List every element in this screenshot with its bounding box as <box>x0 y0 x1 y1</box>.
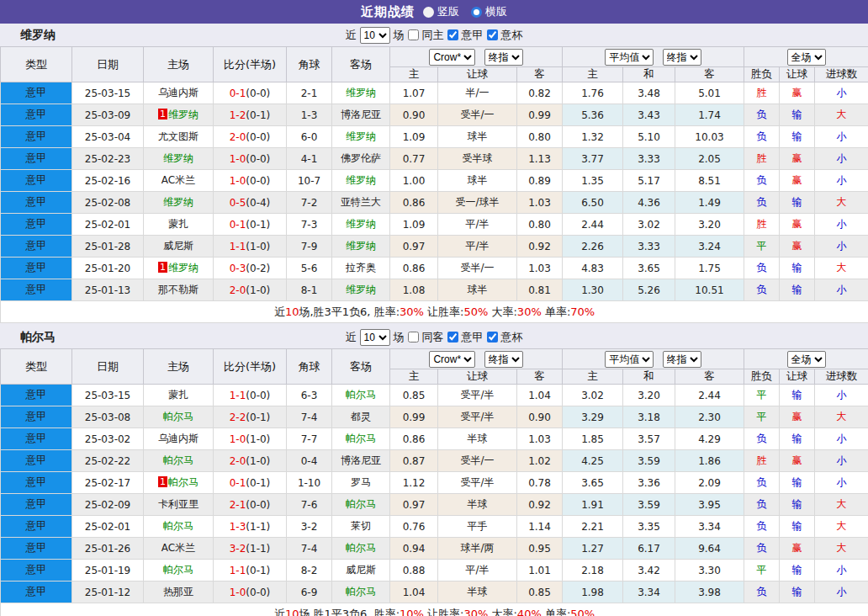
odds-stage-select-1[interactable]: 终指 <box>484 351 523 368</box>
radio-checked-icon[interactable] <box>471 7 482 18</box>
team-name[interactable]: 维罗纳 <box>168 262 198 273</box>
away-team-cell[interactable]: 维罗纳 <box>332 214 390 236</box>
radio-unchecked-icon[interactable] <box>423 7 434 18</box>
team-name[interactable]: 维罗纳 <box>346 130 376 142</box>
home-team-cell[interactable]: 1维罗纳 <box>144 258 214 279</box>
team-name[interactable]: 维罗纳 <box>346 240 376 252</box>
team-name[interactable]: 帕尔马 <box>168 476 198 488</box>
home-team-cell[interactable]: 乌迪内斯 <box>144 428 214 450</box>
team-name[interactable]: 那不勒斯 <box>158 284 198 295</box>
home-team-cell[interactable]: 帕尔马 <box>144 560 214 581</box>
team-name[interactable]: 博洛尼亚 <box>341 454 381 466</box>
league-checkbox[interactable] <box>447 332 458 343</box>
team-name[interactable]: AC米兰 <box>161 174 195 186</box>
home-team-cell[interactable]: 1帕尔马 <box>144 472 214 494</box>
away-team-cell[interactable]: 维罗纳 <box>332 126 390 148</box>
away-team-cell[interactable]: 维罗纳 <box>332 82 390 104</box>
home-team-cell[interactable]: 帕尔马 <box>144 450 214 472</box>
cup-checkbox[interactable] <box>487 29 498 40</box>
team-name[interactable]: 尤文图斯 <box>158 130 198 142</box>
same-venue-checkbox[interactable] <box>408 29 419 40</box>
league-checkbox[interactable] <box>447 29 458 40</box>
cup-checkbox[interactable] <box>487 332 498 343</box>
home-team-cell[interactable]: 蒙扎 <box>144 385 214 406</box>
home-team-cell[interactable]: 帕尔马 <box>144 406 214 428</box>
team-name[interactable]: AC米兰 <box>161 542 195 554</box>
vertical-layout-radio[interactable]: 竖版 <box>423 4 459 19</box>
home-team-cell[interactable]: AC米兰 <box>144 538 214 560</box>
team-name[interactable]: 帕尔马 <box>346 498 376 510</box>
team-name[interactable]: 蒙扎 <box>168 389 188 401</box>
team-name[interactable]: 亚特兰大 <box>341 196 381 208</box>
team-name[interactable]: 帕尔马 <box>163 411 193 422</box>
team-name[interactable]: 都灵 <box>351 411 371 422</box>
team-name[interactable]: 维罗纳 <box>163 152 193 164</box>
away-team-cell[interactable]: 罗马 <box>332 472 390 494</box>
home-team-cell[interactable]: 尤文图斯 <box>144 126 214 148</box>
away-team-cell[interactable]: 帕尔马 <box>332 538 390 560</box>
away-team-cell[interactable]: 维罗纳 <box>332 279 390 301</box>
away-team-cell[interactable]: 维罗纳 <box>332 236 390 258</box>
team-name[interactable]: 维罗纳 <box>346 174 376 186</box>
home-team-cell[interactable]: 威尼斯 <box>144 236 214 258</box>
team-name[interactable]: 帕尔马 <box>163 454 193 466</box>
away-team-cell[interactable]: 佛罗伦萨 <box>332 148 390 170</box>
home-team-cell[interactable]: 那不勒斯 <box>144 279 214 301</box>
home-team-cell[interactable]: 乌迪内斯 <box>144 82 214 104</box>
team-name[interactable]: 罗马 <box>351 476 371 488</box>
home-team-cell[interactable]: 卡利亚里 <box>144 494 214 516</box>
same-venue-checkbox[interactable] <box>408 332 419 343</box>
home-team-cell[interactable]: 维罗纳 <box>144 148 214 170</box>
team-name[interactable]: 博洛尼亚 <box>341 109 381 120</box>
team-name[interactable]: 维罗纳 <box>346 218 376 230</box>
home-team-cell[interactable]: 热那亚 <box>144 581 214 603</box>
average-select[interactable]: 平均值 <box>605 49 654 66</box>
away-team-cell[interactable]: 帕尔马 <box>332 385 390 406</box>
away-team-cell[interactable]: 博洛尼亚 <box>332 450 390 472</box>
team-name[interactable]: 乌迪内斯 <box>158 87 198 98</box>
horizontal-layout-radio[interactable]: 横版 <box>471 4 507 19</box>
team-name[interactable]: 维罗纳 <box>163 196 193 208</box>
team-name[interactable]: 热那亚 <box>163 586 193 597</box>
team-name[interactable]: 维罗纳 <box>346 284 376 295</box>
odds-stage-select-2[interactable]: 终指 <box>663 49 701 66</box>
away-team-cell[interactable]: 帕尔马 <box>332 428 390 450</box>
team-name[interactable]: 莱切 <box>351 520 371 532</box>
team-name[interactable]: 卡利亚里 <box>158 498 198 510</box>
team-name[interactable]: 帕尔马 <box>346 586 376 597</box>
team-name[interactable]: 乌迪内斯 <box>158 433 198 444</box>
team-name[interactable]: 维罗纳 <box>168 109 198 120</box>
odds-stage-select-2[interactable]: 终指 <box>663 351 701 368</box>
team-name[interactable]: 佛罗伦萨 <box>341 152 381 164</box>
team-name[interactable]: 帕尔马 <box>346 542 376 554</box>
team-name[interactable]: 帕尔马 <box>346 389 376 401</box>
away-team-cell[interactable]: 博洛尼亚 <box>332 104 390 126</box>
home-team-cell[interactable]: 帕尔马 <box>144 516 214 538</box>
away-team-cell[interactable]: 维罗纳 <box>332 170 390 192</box>
team-name[interactable]: 维罗纳 <box>346 87 376 98</box>
bookmaker-select[interactable]: Crow* <box>429 351 475 368</box>
bookmaker-select[interactable]: Crow* <box>429 49 475 66</box>
home-team-cell[interactable]: 1维罗纳 <box>144 104 214 126</box>
match-count-select[interactable]: 10 <box>360 27 390 44</box>
average-select[interactable]: 平均值 <box>605 351 654 368</box>
team-name[interactable]: 威尼斯 <box>163 240 193 252</box>
team-name[interactable]: 帕尔马 <box>163 520 193 532</box>
team-name[interactable]: 蒙扎 <box>168 218 188 230</box>
away-team-cell[interactable]: 都灵 <box>332 406 390 428</box>
away-team-cell[interactable]: 莱切 <box>332 516 390 538</box>
team-name[interactable]: 威尼斯 <box>346 564 376 576</box>
home-team-cell[interactable]: 维罗纳 <box>144 192 214 214</box>
odds-stage-select-1[interactable]: 终指 <box>484 49 523 66</box>
home-team-cell[interactable]: 蒙扎 <box>144 214 214 236</box>
away-team-cell[interactable]: 拉齐奥 <box>332 258 390 279</box>
full-match-select[interactable]: 全场 <box>787 49 826 66</box>
away-team-cell[interactable]: 亚特兰大 <box>332 192 390 214</box>
full-match-select[interactable]: 全场 <box>787 351 826 368</box>
match-count-select[interactable]: 10 <box>360 329 390 346</box>
team-name[interactable]: 帕尔马 <box>346 433 376 444</box>
away-team-cell[interactable]: 威尼斯 <box>332 560 390 581</box>
away-team-cell[interactable]: 帕尔马 <box>332 581 390 603</box>
team-name[interactable]: 帕尔马 <box>163 564 193 576</box>
home-team-cell[interactable]: AC米兰 <box>144 170 214 192</box>
